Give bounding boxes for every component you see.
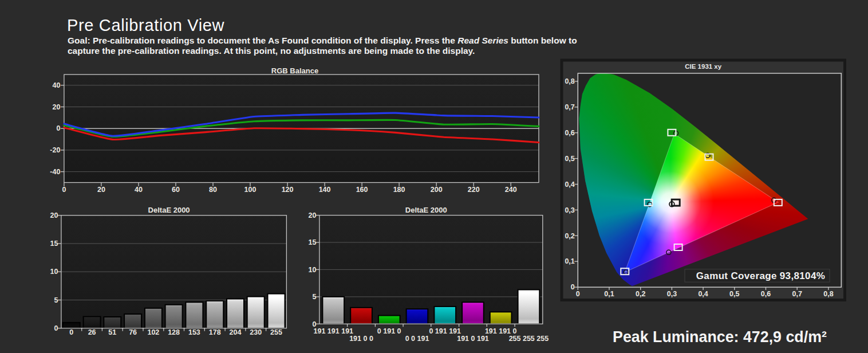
svg-text:Gamut Coverage 93,8104%: Gamut Coverage 93,8104% [696,270,825,281]
svg-text:Peak Luminance: 472,9 cd/m²: Peak Luminance: 472,9 cd/m² [613,328,827,346]
